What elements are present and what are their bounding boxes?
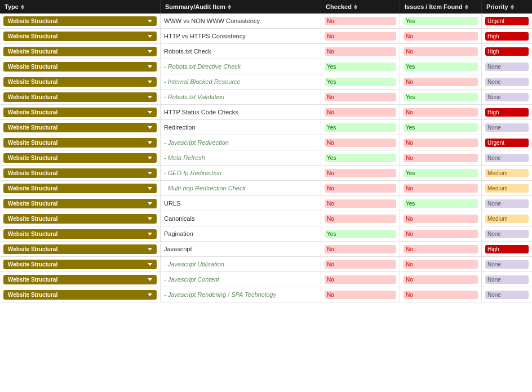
checked-dropdown[interactable]: No [325, 108, 396, 117]
priority-dropdown[interactable]: None [485, 230, 529, 238]
checked-dropdown[interactable]: Yes [325, 154, 396, 162]
issues-dropdown[interactable]: Yes [404, 199, 478, 208]
priority-dropdown[interactable]: None [485, 291, 529, 299]
checked-dropdown[interactable]: No [325, 291, 396, 299]
issues-dropdown[interactable]: No [404, 245, 478, 253]
badge-arrow-icon [148, 172, 152, 175]
summary-cell: HTTP vs HTTPS Consistency [161, 29, 321, 43]
type-badge[interactable]: Website Structural [3, 138, 157, 148]
priority-dropdown[interactable]: None [485, 78, 529, 86]
type-badge[interactable]: Website Structural [3, 77, 157, 87]
priority-dropdown[interactable]: High [485, 245, 529, 253]
checked-dropdown[interactable]: No [325, 169, 396, 177]
type-badge[interactable]: Website Structural [3, 244, 157, 254]
issues-dropdown[interactable]: Yes [404, 169, 478, 177]
priority-dropdown[interactable]: High [485, 108, 529, 117]
checked-cell: Yes [321, 120, 400, 135]
header-type[interactable]: Type [0, 0, 161, 14]
type-badge[interactable]: Website Structural [3, 199, 157, 208]
priority-cell: Urgent [482, 135, 532, 150]
issues-cell: No [400, 211, 482, 226]
issues-dropdown[interactable]: No [404, 275, 478, 284]
checked-dropdown[interactable]: Yes [325, 123, 396, 132]
checked-cell: Yes [321, 150, 400, 165]
header-priority[interactable]: Priority [482, 0, 532, 14]
issues-dropdown[interactable]: Yes [404, 93, 478, 101]
issues-dropdown[interactable]: No [404, 215, 478, 223]
header-summary[interactable]: Summary/Audit Item [161, 0, 321, 14]
priority-dropdown[interactable]: None [485, 275, 529, 284]
checked-dropdown[interactable]: No [325, 260, 396, 269]
header-checked[interactable]: Checked [321, 0, 400, 14]
issues-dropdown[interactable]: Yes [404, 63, 478, 71]
checked-dropdown[interactable]: No [325, 139, 396, 147]
table-row: Website Structural- Javascript Rendering… [0, 287, 532, 302]
type-badge[interactable]: Website Structural [3, 62, 157, 72]
issues-dropdown[interactable]: Yes [404, 123, 478, 132]
type-badge[interactable]: Website Structural [3, 108, 157, 117]
priority-dropdown[interactable]: Medium [485, 184, 529, 193]
issues-dropdown[interactable]: No [404, 154, 478, 162]
issues-dropdown[interactable]: No [404, 260, 478, 269]
checked-dropdown[interactable]: Yes [325, 63, 396, 71]
priority-dropdown[interactable]: None [485, 154, 529, 162]
sort-priority-icon[interactable] [511, 5, 514, 10]
summary-text: Robots.txt Check [164, 48, 211, 55]
checked-dropdown[interactable]: Yes [325, 230, 396, 238]
priority-dropdown[interactable]: Medium [485, 169, 529, 177]
type-badge[interactable]: Website Structural [3, 92, 157, 102]
checked-dropdown[interactable]: Yes [325, 78, 396, 86]
issues-dropdown[interactable]: No [404, 291, 478, 299]
issues-dropdown[interactable]: Yes [404, 17, 478, 25]
type-badge[interactable]: Website Structural [3, 260, 157, 269]
priority-dropdown[interactable]: Medium [485, 215, 529, 223]
type-badge[interactable]: Website Structural [3, 16, 157, 26]
checked-dropdown[interactable]: No [325, 215, 396, 223]
checked-dropdown[interactable]: No [325, 32, 396, 41]
issues-dropdown[interactable]: No [404, 139, 478, 147]
checked-dropdown[interactable]: No [325, 17, 396, 25]
type-badge[interactable]: Website Structural [3, 290, 157, 300]
checked-dropdown[interactable]: No [325, 93, 396, 101]
badge-arrow-icon [148, 81, 152, 83]
header-issues[interactable]: Issues / Item Found [400, 0, 482, 14]
type-badge[interactable]: Website Structural [3, 184, 157, 193]
issues-dropdown[interactable]: No [404, 108, 478, 117]
type-cell: Website Structural [0, 242, 161, 256]
type-badge[interactable]: Website Structural [3, 168, 157, 178]
priority-dropdown[interactable]: None [485, 260, 529, 269]
checked-dropdown[interactable]: No [325, 199, 396, 208]
type-badge[interactable]: Website Structural [3, 32, 157, 41]
checked-dropdown[interactable]: No [325, 47, 396, 56]
badge-arrow-icon [148, 96, 152, 99]
checked-dropdown[interactable]: No [325, 245, 396, 253]
priority-dropdown[interactable]: High [485, 32, 529, 41]
issues-dropdown[interactable]: No [404, 32, 478, 41]
priority-dropdown[interactable]: Urgent [485, 139, 529, 147]
priority-dropdown[interactable]: High [485, 47, 529, 56]
priority-dropdown[interactable]: None [485, 93, 529, 101]
type-badge[interactable]: Website Structural [3, 275, 157, 284]
checked-dropdown[interactable]: No [325, 184, 396, 193]
priority-dropdown[interactable]: None [485, 123, 529, 132]
issues-dropdown[interactable]: No [404, 230, 478, 238]
type-badge[interactable]: Website Structural [3, 123, 157, 132]
checked-dropdown[interactable]: No [325, 275, 396, 284]
type-badge[interactable]: Website Structural [3, 229, 157, 239]
type-badge[interactable]: Website Structural [3, 47, 157, 56]
issues-dropdown[interactable]: No [404, 78, 478, 86]
sort-issues-icon[interactable] [465, 5, 468, 10]
type-badge[interactable]: Website Structural [3, 153, 157, 163]
sort-summary-icon[interactable] [228, 5, 231, 10]
summary-cell: - Meta Refresh [161, 150, 321, 165]
priority-dropdown[interactable]: None [485, 63, 529, 71]
sort-checked-icon[interactable] [354, 5, 357, 10]
sort-type-icon[interactable] [21, 5, 24, 10]
issues-dropdown[interactable]: No [404, 47, 478, 56]
type-cell: Website Structural [0, 196, 161, 211]
type-badge[interactable]: Website Structural [3, 214, 157, 224]
issues-dropdown[interactable]: No [404, 184, 478, 193]
priority-cell: Medium [482, 166, 532, 180]
priority-dropdown[interactable]: Urgent [485, 17, 529, 25]
priority-dropdown[interactable]: None [485, 199, 529, 208]
